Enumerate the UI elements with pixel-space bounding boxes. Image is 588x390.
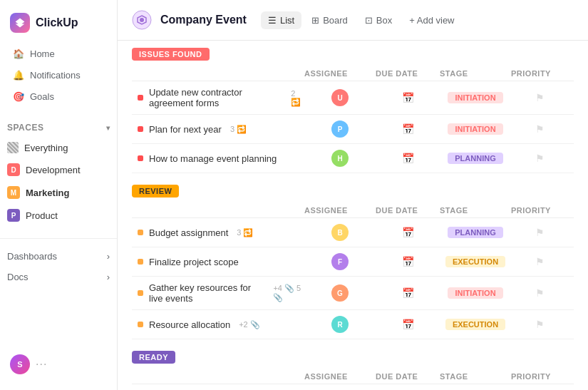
group-header-ready: READY [132,351,175,364]
stage-cell: INITIATION [440,92,511,103]
dashboards-label: Dashboards [7,251,57,262]
flag-icon: ⚑ [535,123,545,135]
stage-badge: EXECUTION [445,256,505,267]
sidebar-item-product[interactable]: P Product [0,204,117,227]
tab-board[interactable]: ⊞ Board [304,11,355,29]
home-icon: 🏠 [13,48,24,59]
task-name: Resource allocation +2 📎 [138,319,304,330]
tab-board-label: Board [323,15,348,26]
assignee-cell: R [304,316,376,333]
stage-badge: PLANNING [448,153,502,164]
task-dot [138,322,143,327]
content-area: ISSUES FOUND ASSIGNEE DUE DATE STAGE PRI… [118,41,588,390]
stage-cell: INITIATION [440,123,511,135]
goals-label: Goals [30,91,54,102]
task-name: Plan for next year 3 🔁 [138,124,304,135]
avatar: R [331,316,349,333]
box-icon: ⊡ [365,15,373,26]
table-row[interactable]: New contractor agreement N 📅 PLANNING ⚑ [132,384,574,390]
stage-badge: INITIATION [448,123,502,135]
user-avatar[interactable]: S [10,354,30,374]
tab-box-label: Box [376,15,392,26]
sidebar-footer: S ··· [0,347,117,381]
table-row[interactable]: Finalize project scope F 📅 EXECUTION ⚑ [132,247,574,277]
table-row[interactable]: Plan for next year 3 🔁 P 📅 INITIATION ⚑ [132,115,574,144]
table-row[interactable]: How to manage event planning H 📅 PLANNIN… [132,144,574,173]
due-date-cell[interactable]: 📅 [376,227,440,238]
stage-cell: PLANNING [440,227,511,238]
tab-list-label: List [280,15,294,26]
sidebar-item-home[interactable]: 🏠 Home [6,43,111,64]
everything-label: Everything [24,143,68,153]
svg-point-2 [140,18,144,22]
logo-icon [10,13,30,33]
list-icon: ☰ [268,15,277,26]
assignee-cell: P [304,120,376,138]
priority-cell: ⚑ [511,319,568,330]
avatar: B [331,224,349,241]
sidebar-item-docs[interactable]: Docs › [0,267,117,287]
add-view-button[interactable]: + Add view [402,11,461,29]
stage-cell: EXECUTION [440,256,511,267]
marketing-label: Marketing [26,188,69,198]
spaces-header: Spaces ▾ [0,118,117,137]
spaces-label: Spaces [7,123,43,133]
flag-icon: ⚑ [535,287,545,299]
flag-icon: ⚑ [535,319,545,330]
calendar-icon: 📅 [402,123,414,135]
task-dot [138,290,143,296]
development-label: Development [26,165,81,175]
table-row[interactable]: Budget assignment 3 🔁 B 📅 PLANNING ⚑ [132,218,574,247]
docs-label: Docs [7,272,29,282]
development-icon: D [7,163,20,176]
sidebar-item-everything[interactable]: Everything [0,137,117,158]
due-date-cell[interactable]: 📅 [376,319,440,330]
due-date-cell[interactable]: 📅 [376,92,440,103]
tab-box[interactable]: ⊡ Box [358,11,399,29]
task-dot [138,230,143,235]
sidebar-item-marketing[interactable]: M Marketing [0,181,117,204]
notifications-icon: 🔔 [13,69,24,81]
task-dot [138,126,143,132]
table-row[interactable]: Update new contractor agreement forms 2 … [132,81,574,115]
assignee-cell: F [304,253,376,270]
chevron-right-icon-docs: › [107,272,110,282]
priority-cell: ⚑ [511,92,568,103]
main-content: Company Event ☰ List ⊞ Board ⊡ Box + Add… [118,0,588,390]
tab-list[interactable]: ☰ List [261,11,301,29]
task-name: How to manage event planning [138,153,304,164]
task-dot [138,95,143,101]
table-row[interactable]: Gather key resources for live events +4 … [132,277,574,310]
sidebar-item-notifications[interactable]: 🔔 Notifications [6,64,111,86]
app-name: ClickUp [36,16,78,29]
table-row[interactable]: Resource allocation +2 📎 R 📅 EXECUTION ⚑ [132,310,574,339]
sidebar-item-goals[interactable]: 🎯 Goals [6,86,111,107]
sidebar-bottom: Dashboards › Docs › [0,238,117,287]
product-icon: P [7,209,20,222]
due-date-cell[interactable]: 📅 [376,153,440,164]
assignee-cell: H [304,150,376,167]
priority-cell: ⚑ [511,153,568,164]
calendar-icon: 📅 [402,256,414,267]
user-menu-dots[interactable]: ··· [36,358,47,371]
stage-badge: PLANNING [448,227,502,238]
stage-cell: EXECUTION [440,319,511,330]
group-header-review: REVIEW [132,185,179,197]
sidebar-item-dashboards[interactable]: Dashboards › [0,246,117,267]
marketing-icon: M [7,186,20,199]
due-date-cell[interactable]: 📅 [376,123,440,135]
everything-icon [7,142,19,153]
calendar-icon: 📅 [402,227,414,238]
board-icon: ⊞ [311,15,319,26]
sidebar-item-development[interactable]: D Development [0,158,117,181]
flag-icon: ⚑ [535,256,545,267]
priority-cell: ⚑ [511,287,568,299]
flag-icon: ⚑ [535,153,545,164]
due-date-cell[interactable]: 📅 [376,287,440,299]
flag-icon: ⚑ [535,92,545,103]
due-date-cell[interactable]: 📅 [376,256,440,267]
priority-cell: ⚑ [511,227,568,238]
notifications-label: Notifications [30,70,81,81]
group-header-issues: ISSUES FOUND [132,48,210,61]
assignee-cell: U [304,89,376,106]
